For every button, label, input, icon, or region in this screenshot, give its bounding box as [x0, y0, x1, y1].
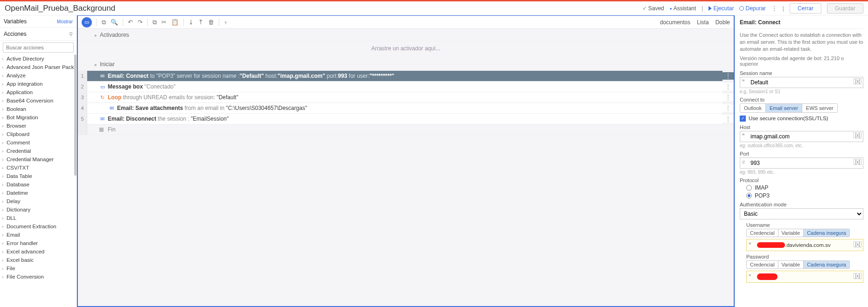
- run-button[interactable]: Ejecutar: [708, 5, 734, 12]
- view-list[interactable]: Lista: [697, 19, 708, 26]
- step-menu-icon[interactable]: ⋮: [722, 115, 734, 123]
- tab-ews-server[interactable]: EWS server: [802, 104, 837, 112]
- var-picker-icon[interactable]: [x]: [854, 78, 861, 84]
- start-header[interactable]: Iniciar: [100, 61, 115, 68]
- close-button[interactable]: Cerrar: [790, 3, 821, 14]
- checkbox-checked-icon: ✓: [740, 116, 746, 122]
- email-icon: ✉: [99, 116, 105, 122]
- action-item[interactable]: File Conversion: [0, 273, 76, 281]
- port-input[interactable]: [740, 157, 863, 169]
- nav-icon[interactable]: ⧉: [102, 19, 106, 26]
- tab-insecure-string[interactable]: Cadena insegura: [804, 261, 849, 268]
- redacted-text: [757, 242, 785, 248]
- action-item[interactable]: App integration: [0, 80, 76, 88]
- action-search-input[interactable]: [3, 42, 74, 53]
- string-icon: ❞: [749, 273, 751, 280]
- email-icon: ✉: [99, 73, 105, 79]
- action-list[interactable]: Active Directory Advanced Json Parser Pa…: [0, 55, 76, 307]
- flow-step[interactable]: 5 ✉ Email: Disconnect the session : "Ema…: [78, 114, 734, 124]
- redo-icon[interactable]: ↷: [138, 19, 143, 26]
- prop-desc: Use the Connect action to establish a co…: [740, 32, 863, 53]
- messagebox-icon: ▭: [99, 84, 105, 89]
- action-item[interactable]: Base64 Conversion: [0, 96, 76, 105]
- undo-icon[interactable]: ↶: [128, 19, 133, 26]
- var-picker-icon[interactable]: [x]: [854, 241, 861, 247]
- prop-version: Versión requerida del agente de bot: 21.…: [740, 55, 863, 67]
- action-item[interactable]: Clipboard: [0, 130, 76, 138]
- more-menu-icon[interactable]: [771, 5, 777, 12]
- var-picker-icon[interactable]: [x]: [854, 132, 861, 138]
- action-item[interactable]: Bot Migration: [0, 113, 76, 122]
- protocol-imap-radio[interactable]: IMAP: [746, 184, 863, 191]
- step-menu-icon[interactable]: ⋮: [722, 72, 734, 80]
- download-icon[interactable]: ⤓: [188, 19, 194, 26]
- paste-icon[interactable]: 📋: [171, 19, 179, 26]
- assistant-link[interactable]: Assistant: [670, 5, 696, 12]
- action-item[interactable]: Analyze: [0, 71, 76, 80]
- flow-editor: ▭ ⧉ 🔍 ↶ ↷ ⧉ ✂ 📋 ⤓ ⤒ 🗑 ⍭ documentos: [77, 15, 735, 307]
- delete-icon[interactable]: 🗑: [208, 19, 214, 26]
- tab-outlook[interactable]: Outlook: [740, 104, 766, 112]
- action-item[interactable]: Data Table: [0, 172, 76, 180]
- action-item[interactable]: Database: [0, 180, 76, 189]
- action-item[interactable]: DLL: [0, 214, 76, 222]
- variables-show-link[interactable]: Mostrar: [57, 19, 73, 24]
- action-item[interactable]: Application: [0, 88, 76, 96]
- view-docs[interactable]: documentos: [660, 19, 690, 26]
- action-item[interactable]: Excel basic: [0, 256, 76, 264]
- disable-icon[interactable]: ⍭: [224, 19, 228, 26]
- action-item[interactable]: Delay: [0, 197, 76, 205]
- record-icon[interactable]: ▭: [82, 17, 92, 27]
- action-item[interactable]: CSV/TXT: [0, 164, 76, 172]
- tab-credential[interactable]: Credencial: [747, 229, 778, 237]
- triggers-header[interactable]: Activadores: [100, 32, 129, 38]
- action-item[interactable]: Active Directory: [0, 55, 76, 63]
- username-input[interactable]: .davivienda.com.sv: [746, 239, 863, 251]
- pin-icon[interactable]: ⚲: [69, 31, 73, 37]
- action-item[interactable]: Document Extraction: [0, 222, 76, 231]
- action-item[interactable]: File: [0, 264, 76, 273]
- search-icon[interactable]: 🔍: [111, 19, 118, 26]
- action-item[interactable]: Boolean: [0, 105, 76, 113]
- step-menu-icon[interactable]: ⋮: [722, 94, 734, 101]
- action-item[interactable]: Email: [0, 231, 76, 239]
- trigger-dropzone[interactable]: Arrastre un activador aquí...: [78, 41, 734, 58]
- tab-credential[interactable]: Credencial: [747, 261, 778, 268]
- view-double[interactable]: Doble: [715, 19, 730, 26]
- flow-step[interactable]: 3 ↻ Loop through UNREAD emails for sessi…: [78, 92, 734, 103]
- auth-mode-select[interactable]: Basic: [740, 208, 863, 219]
- tab-insecure-string[interactable]: Cadena insegura: [804, 229, 849, 237]
- end-icon: [99, 128, 104, 132]
- tab-email-server[interactable]: Email server: [766, 104, 802, 112]
- action-item[interactable]: Comment: [0, 138, 76, 147]
- save-button[interactable]: Guardar: [827, 3, 863, 14]
- host-input[interactable]: [740, 131, 863, 142]
- debug-button[interactable]: Depurar: [739, 5, 765, 12]
- action-item[interactable]: Error handler: [0, 239, 76, 247]
- left-panel: Variables Mostrar Acciones ⚲ Active Dire…: [0, 15, 77, 307]
- ssl-checkbox[interactable]: ✓ Use secure connection(SSL/TLS): [740, 116, 863, 122]
- action-item[interactable]: Advanced Json Parser Package: [0, 63, 76, 71]
- flow-step[interactable]: 2 ▭ Message box "Conectado" ⋮: [78, 82, 734, 92]
- action-item[interactable]: Credential: [0, 147, 76, 155]
- tab-variable[interactable]: Variable: [778, 229, 804, 237]
- step-menu-icon[interactable]: ⋮: [722, 104, 734, 112]
- upload-icon[interactable]: ⤒: [198, 19, 203, 26]
- var-picker-icon[interactable]: [x]: [854, 273, 861, 279]
- copy-icon[interactable]: ⧉: [153, 19, 157, 26]
- step-menu-icon[interactable]: ⋮: [722, 83, 734, 90]
- tab-variable[interactable]: Variable: [778, 261, 804, 268]
- flow-step[interactable]: 4 ✉ Email: Save attachments from an emai…: [78, 103, 734, 114]
- password-input[interactable]: [746, 271, 863, 283]
- protocol-pop3-radio[interactable]: POP3: [746, 192, 863, 199]
- action-item[interactable]: Dictionary: [0, 205, 76, 214]
- action-item[interactable]: Datetime: [0, 189, 76, 197]
- action-item[interactable]: Credential Manager: [0, 155, 76, 164]
- action-item[interactable]: Excel advanced: [0, 247, 76, 256]
- action-item[interactable]: Browser: [0, 122, 76, 130]
- session-name-input[interactable]: [740, 77, 863, 88]
- var-picker-icon[interactable]: [x]: [854, 159, 861, 165]
- scrollbar-thumb[interactable]: [74, 55, 76, 176]
- flow-step[interactable]: 1 ✉ Email: Connect to "POP3" server for …: [78, 71, 734, 82]
- cut-icon[interactable]: ✂: [161, 19, 167, 26]
